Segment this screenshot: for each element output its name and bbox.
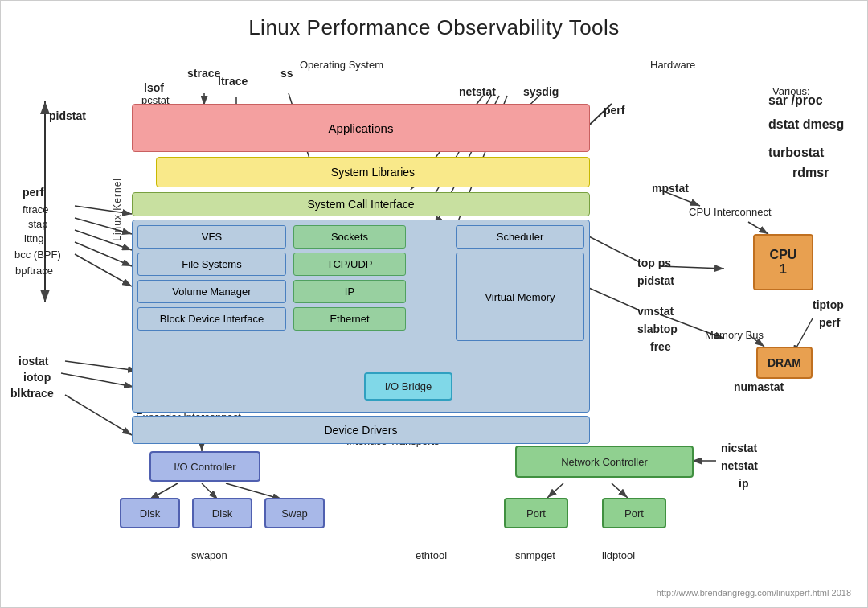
dram-box: DRAM	[756, 347, 813, 379]
ip-box: IP	[293, 280, 406, 303]
svg-line-32	[547, 483, 563, 498]
volume-manager-box: Volume Manager	[137, 280, 286, 303]
disk2-box: Disk	[192, 498, 252, 528]
stap-label: stap	[28, 218, 48, 230]
filesystem-box: File Systems	[137, 253, 286, 276]
svg-line-23	[61, 373, 133, 387]
sar-proc-label: sar /proc	[768, 93, 823, 108]
svg-line-19	[75, 230, 132, 250]
scheduler-box: Scheduler	[456, 225, 584, 249]
swap-box: Swap	[264, 498, 325, 528]
svg-line-17	[75, 206, 132, 214]
network-controller-box: Network Controller	[515, 446, 694, 478]
bcc-label: bcc (BPF)	[14, 249, 61, 261]
mpstat-label: mpstat	[652, 182, 689, 195]
kernel-area: VFS File Systems Volume Manager Block De…	[132, 220, 590, 413]
ethernet-box: Ethernet	[293, 307, 406, 331]
ethtool-label: ethtool	[416, 549, 447, 561]
netstat-label: netstat	[459, 85, 496, 98]
pidstat-right-label: pidstat	[637, 274, 674, 287]
system-libraries-layer: System Libraries	[156, 157, 590, 187]
svg-line-36	[748, 222, 768, 234]
svg-line-33	[612, 483, 628, 498]
ss-label: ss	[280, 67, 293, 80]
port1-box: Port	[504, 498, 568, 528]
strace-label: strace	[187, 67, 220, 80]
disk1-box: Disk	[120, 498, 180, 528]
sysdig-label: sysdig	[523, 85, 559, 98]
hardware-label: Hardware	[650, 59, 695, 71]
os-label: Operating System	[300, 59, 383, 71]
free-label: free	[650, 340, 671, 353]
syscall-layer: System Call Interface	[132, 192, 590, 216]
slabtop-label: slabtop	[637, 322, 678, 335]
lsof-label: lsof	[144, 81, 164, 94]
svg-line-18	[75, 218, 132, 234]
lldptool-label: lldptool	[602, 549, 635, 561]
device-drivers-layer: Device Drivers	[132, 416, 590, 444]
ip-bot-label: ip	[739, 477, 748, 490]
turbostat-label: turbostat	[768, 146, 824, 160]
blktrace-label: blktrace	[10, 387, 54, 400]
io-controller-box: I/O Controller	[149, 451, 260, 482]
memory-bus-label: Memory Bus	[705, 329, 764, 341]
page-title: Linux Performance Observability Tools	[1, 1, 867, 40]
svg-line-21	[75, 254, 132, 286]
tcp-udp-box: TCP/UDP	[293, 253, 406, 276]
numastat-label: numastat	[734, 380, 784, 393]
top-ps-label: top ps	[637, 257, 671, 269]
iostat-label: iostat	[18, 355, 48, 368]
block-device-box: Block Device Interface	[137, 307, 286, 331]
perf-left: perf	[23, 186, 43, 199]
applications-layer: Applications	[132, 104, 590, 152]
linux-kernel-label: Linux Kernel	[112, 178, 123, 241]
snmpget-label: snmpget	[515, 549, 555, 561]
vfs-box: VFS	[137, 225, 286, 249]
svg-line-30	[226, 483, 282, 499]
svg-line-28	[149, 483, 178, 499]
svg-line-24	[65, 395, 132, 435]
lttng-label: lttng	[24, 232, 44, 244]
tiptop-right-label: tiptop	[813, 298, 844, 311]
svg-line-29	[202, 483, 218, 499]
netstat-bot-label: netstat	[721, 459, 758, 472]
swapon-label: swapon	[191, 549, 227, 561]
expander-line	[132, 429, 590, 429]
svg-line-20	[75, 242, 132, 266]
io-bridge-box: I/O Bridge	[364, 372, 452, 401]
port2-box: Port	[602, 498, 666, 528]
cpu-box: CPU 1	[753, 234, 813, 290]
cpu-interconnect-label: CPU Interconnect	[689, 206, 772, 219]
ltrace-label: ltrace	[218, 75, 248, 88]
url-label: http://www.brendangregg.com/linuxperf.ht…	[657, 588, 851, 598]
rdmsr-label: rdmsr	[792, 166, 829, 180]
perf-right-label: perf	[604, 104, 624, 117]
pidstat-top-label: pidstat	[49, 109, 86, 122]
dstat-dmesg-label: dstat dmesg	[768, 117, 844, 132]
page: Linux Performance Observability Tools	[0, 0, 868, 608]
vmstat-label: vmstat	[637, 305, 674, 318]
perf-hw-label: perf	[819, 316, 840, 329]
svg-line-22	[65, 361, 137, 371]
sockets-box: Sockets	[293, 225, 406, 249]
bpftrace-label: bpftrace	[15, 265, 53, 277]
nicstat-label: nicstat	[721, 442, 757, 454]
iotop-label: iotop	[23, 371, 51, 384]
virtual-memory-box: Virtual Memory	[456, 253, 584, 341]
ftrace-label: ftrace	[23, 203, 49, 216]
